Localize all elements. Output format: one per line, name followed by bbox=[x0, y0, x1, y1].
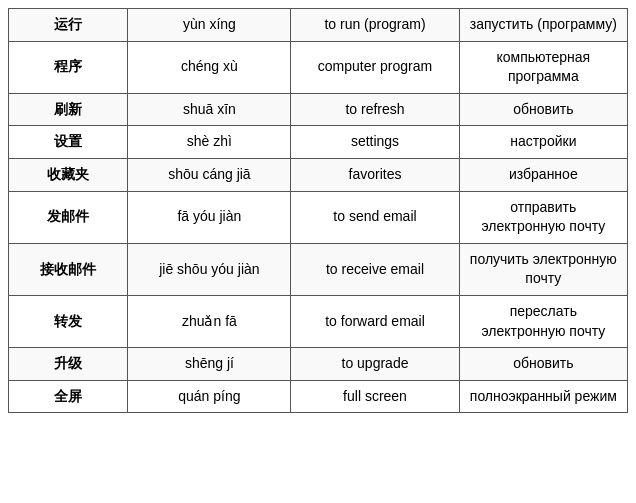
cell-english: to receive email bbox=[291, 243, 459, 295]
cell-russian: получить электронную почту bbox=[459, 243, 627, 295]
cell-english: settings bbox=[291, 126, 459, 159]
table-row: 发邮件fā yóu jiànto send emailотправить эле… bbox=[9, 191, 628, 243]
cell-pinyin: jiē shōu yóu jiàn bbox=[128, 243, 291, 295]
cell-english: computer program bbox=[291, 41, 459, 93]
table-row: 设置shè zhìsettingsнастройки bbox=[9, 126, 628, 159]
cell-pinyin: shōu cáng jiā bbox=[128, 158, 291, 191]
table-row: 全屏quán píngfull screenполноэкранный режи… bbox=[9, 380, 628, 413]
cell-english: to send email bbox=[291, 191, 459, 243]
cell-russian: компьютерная программа bbox=[459, 41, 627, 93]
cell-russian: обновить bbox=[459, 93, 627, 126]
cell-russian: избранное bbox=[459, 158, 627, 191]
cell-chinese: 升级 bbox=[9, 348, 128, 381]
cell-russian: настройки bbox=[459, 126, 627, 159]
table-row: 收藏夹shōu cáng jiāfavoritesизбранное bbox=[9, 158, 628, 191]
cell-english: full screen bbox=[291, 380, 459, 413]
cell-pinyin: shuā xīn bbox=[128, 93, 291, 126]
cell-pinyin: fā yóu jiàn bbox=[128, 191, 291, 243]
table-row: 程序chéng xùcomputer programкомпьютерная п… bbox=[9, 41, 628, 93]
cell-russian: запустить (программу) bbox=[459, 9, 627, 42]
cell-russian: переслать электронную почту bbox=[459, 295, 627, 347]
cell-russian: отправить электронную почту bbox=[459, 191, 627, 243]
vocabulary-table: 运行yùn xíngto run (program)запустить (про… bbox=[8, 8, 628, 413]
cell-russian: полноэкранный режим bbox=[459, 380, 627, 413]
cell-pinyin: shēng jí bbox=[128, 348, 291, 381]
cell-russian: обновить bbox=[459, 348, 627, 381]
cell-pinyin: shè zhì bbox=[128, 126, 291, 159]
table-row: 刷新shuā xīnto refreshобновить bbox=[9, 93, 628, 126]
cell-chinese: 程序 bbox=[9, 41, 128, 93]
table-row: 升级shēng jíto upgradeобновить bbox=[9, 348, 628, 381]
cell-chinese: 接收邮件 bbox=[9, 243, 128, 295]
cell-english: to refresh bbox=[291, 93, 459, 126]
cell-english: to run (program) bbox=[291, 9, 459, 42]
cell-chinese: 全屏 bbox=[9, 380, 128, 413]
cell-chinese: 运行 bbox=[9, 9, 128, 42]
table-row: 转发zhuǎn fāto forward emailпереслать элек… bbox=[9, 295, 628, 347]
cell-chinese: 设置 bbox=[9, 126, 128, 159]
cell-english: favorites bbox=[291, 158, 459, 191]
cell-english: to upgrade bbox=[291, 348, 459, 381]
cell-english: to forward email bbox=[291, 295, 459, 347]
cell-chinese: 刷新 bbox=[9, 93, 128, 126]
cell-pinyin: zhuǎn fā bbox=[128, 295, 291, 347]
cell-pinyin: quán píng bbox=[128, 380, 291, 413]
cell-chinese: 发邮件 bbox=[9, 191, 128, 243]
cell-pinyin: chéng xù bbox=[128, 41, 291, 93]
cell-pinyin: yùn xíng bbox=[128, 9, 291, 42]
cell-chinese: 转发 bbox=[9, 295, 128, 347]
table-row: 接收邮件jiē shōu yóu jiànto receive emailпол… bbox=[9, 243, 628, 295]
table-row: 运行yùn xíngto run (program)запустить (про… bbox=[9, 9, 628, 42]
cell-chinese: 收藏夹 bbox=[9, 158, 128, 191]
